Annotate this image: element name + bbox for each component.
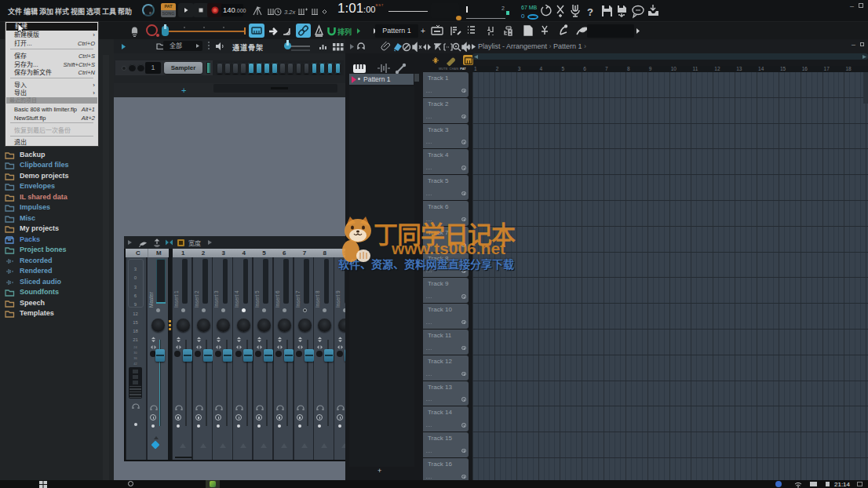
svg-text:?: ? bbox=[587, 6, 593, 18]
svg-text:3.2x: 3.2x bbox=[284, 9, 295, 16]
